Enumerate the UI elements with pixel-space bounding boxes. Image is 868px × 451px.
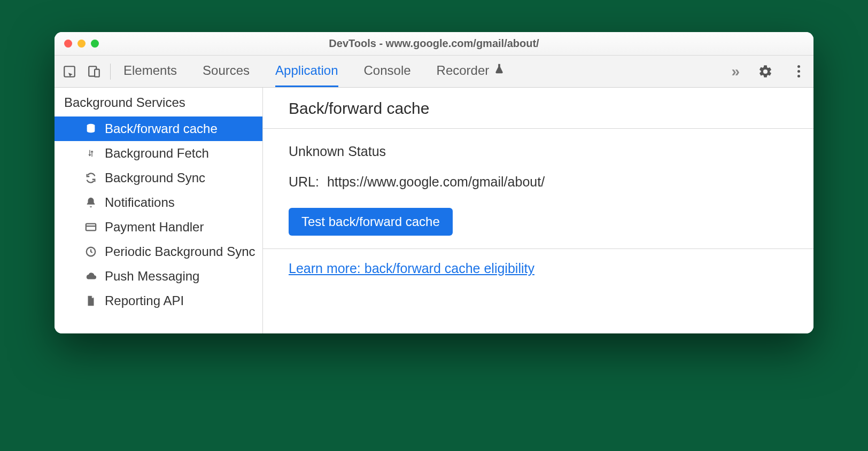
svg-rect-2 <box>95 69 99 76</box>
test-bfcache-button[interactable]: Test back/forward cache <box>289 208 453 236</box>
minimize-window-button[interactable] <box>78 40 86 48</box>
url-value: https://www.google.com/gmail/about/ <box>327 174 545 189</box>
sidebar-item-background-fetch[interactable]: Background Fetch <box>55 141 262 166</box>
tab-elements[interactable]: Elements <box>123 56 177 87</box>
toolbar-divider <box>110 64 111 80</box>
sidebar-item-label: Background Sync <box>105 170 205 185</box>
sidebar-item-periodic-sync[interactable]: Periodic Background Sync <box>55 239 262 264</box>
bfcache-status-section: Unknown Status URL: https://www.google.c… <box>263 129 813 249</box>
url-label: URL: <box>289 174 319 189</box>
tab-recorder[interactable]: Recorder <box>437 56 506 87</box>
tab-label: Recorder <box>437 63 490 78</box>
sidebar-item-label: Back/forward cache <box>105 121 218 136</box>
learn-more-section: Learn more: back/forward cache eligibili… <box>263 249 813 288</box>
panel-body: Background Services Back/forward cache B… <box>55 88 813 333</box>
close-window-button[interactable] <box>64 40 72 48</box>
settings-icon[interactable] <box>758 64 773 79</box>
sidebar-item-push-messaging[interactable]: Push Messaging <box>55 264 262 289</box>
window-title: DevTools - www.google.com/gmail/about/ <box>55 37 813 50</box>
device-toggle-icon[interactable] <box>87 64 102 79</box>
status-text: Unknown Status <box>289 144 788 159</box>
file-icon <box>84 294 97 307</box>
sidebar-section-header: Background Services <box>55 88 262 116</box>
tab-label: Console <box>364 63 411 78</box>
svg-rect-4 <box>86 224 96 231</box>
sidebar-item-background-sync[interactable]: Background Sync <box>55 166 262 190</box>
tab-sources[interactable]: Sources <box>203 56 250 87</box>
sync-icon <box>84 172 97 184</box>
sidebar-item-notifications[interactable]: Notifications <box>55 190 262 215</box>
sidebar-item-payment-handler[interactable]: Payment Handler <box>55 215 262 239</box>
bell-icon <box>84 196 97 209</box>
database-icon <box>84 122 97 135</box>
tab-application[interactable]: Application <box>275 56 338 87</box>
learn-more-link[interactable]: Learn more: back/forward cache eligibili… <box>289 261 534 276</box>
url-row: URL: https://www.google.com/gmail/about/ <box>289 174 788 190</box>
page-title: Back/forward cache <box>263 88 813 129</box>
sidebar-item-label: Periodic Background Sync <box>105 244 255 259</box>
inspect-element-icon[interactable] <box>62 64 77 79</box>
panel-tabs: Elements Sources Application Console Rec… <box>123 56 505 87</box>
titlebar: DevTools - www.google.com/gmail/about/ <box>55 32 813 56</box>
more-tabs-button[interactable]: » <box>731 63 740 80</box>
sidebar-item-label: Push Messaging <box>105 269 199 284</box>
sidebar-item-label: Notifications <box>105 195 175 210</box>
tab-label: Application <box>275 63 338 78</box>
traffic-lights <box>64 40 99 48</box>
sidebar-item-bfcache[interactable]: Back/forward cache <box>55 116 262 141</box>
tab-console[interactable]: Console <box>364 56 411 87</box>
tab-label: Sources <box>203 63 250 78</box>
cloud-icon <box>84 270 97 283</box>
sidebar-item-label: Payment Handler <box>105 220 204 235</box>
updown-icon <box>84 147 97 160</box>
tab-label: Elements <box>123 63 177 78</box>
devtools-window: DevTools - www.google.com/gmail/about/ E… <box>55 32 813 333</box>
card-icon <box>84 221 97 234</box>
kebab-menu-icon[interactable] <box>791 64 806 79</box>
zoom-window-button[interactable] <box>91 40 99 48</box>
application-sidebar: Background Services Back/forward cache B… <box>55 88 263 333</box>
sidebar-item-reporting-api[interactable]: Reporting API <box>55 289 262 313</box>
clock-icon <box>84 245 97 258</box>
flask-icon <box>493 63 505 78</box>
main-panel: Back/forward cache Unknown Status URL: h… <box>263 88 813 333</box>
sidebar-item-label: Reporting API <box>105 293 184 308</box>
sidebar-item-label: Background Fetch <box>105 146 209 161</box>
devtools-toolbar: Elements Sources Application Console Rec… <box>55 56 813 88</box>
